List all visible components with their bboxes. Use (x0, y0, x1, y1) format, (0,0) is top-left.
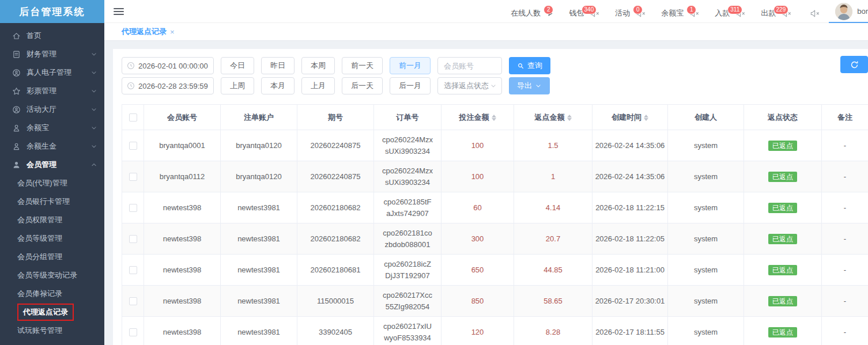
tab-close-icon[interactable]: × (170, 28, 175, 36)
quick-range-button-r2-1[interactable]: 本月 (261, 77, 295, 94)
quick-range-button-r2-4[interactable]: 后一月 (390, 77, 431, 94)
column-header-rebate_amount[interactable]: 返点金额 (514, 105, 592, 130)
sort-icon[interactable] (644, 115, 648, 121)
header-stat-2[interactable]: 活动0 (615, 4, 646, 18)
cell-order: cpo2602185tFaJxts742907 (374, 192, 441, 223)
header-stat-0[interactable]: 在线人数2 (511, 4, 553, 18)
row-checkbox[interactable] (129, 328, 137, 336)
chevron-down-icon (90, 88, 97, 94)
sidebar-item-1[interactable]: 财务管理 (0, 45, 104, 63)
sidebar-item-4[interactable]: 活动大厅 (0, 100, 104, 119)
quick-range-button-r2-0[interactable]: 上周 (221, 77, 254, 94)
row-checkbox[interactable] (129, 142, 137, 150)
select-all-checkbox[interactable] (129, 113, 137, 122)
sidebar-subitem-9[interactable]: 会员银行卡管理 (0, 192, 104, 211)
search-button[interactable]: 查询 (509, 57, 550, 74)
cell-order: cpo260217xIUwyoF8533934 (374, 317, 441, 345)
cell-bet_account: newtest3981 (221, 286, 297, 317)
user-menu[interactable]: bor (835, 3, 868, 20)
export-button-label: 导出 (517, 81, 532, 91)
cell-creator: system (668, 130, 744, 161)
sidebar-subitem-8[interactable]: 会员(代理)管理 (0, 174, 104, 192)
sidebar-subitem-label: 会员(代理)管理 (17, 178, 67, 188)
quick-range-button-r1-3[interactable]: 前一天 (342, 57, 383, 74)
end-date-picker[interactable] (122, 77, 214, 94)
member-account-input[interactable] (437, 57, 502, 74)
header-stat-3[interactable]: 余额宝1 (661, 4, 699, 18)
cell-bet_account: bryantqa0120 (221, 161, 297, 192)
sidebar-item-2[interactable]: 真人电子管理 (0, 63, 104, 82)
sidebar-item-0[interactable]: 首页 (0, 26, 104, 45)
quick-range-button-r1-2[interactable]: 本周 (301, 57, 335, 74)
sidebar-subitem-16[interactable]: 试玩账号管理 (0, 321, 104, 340)
end-date-input[interactable] (138, 82, 209, 90)
cell-select[interactable] (122, 286, 144, 317)
sidebar-item-label: 财务管理 (27, 49, 56, 59)
sidebar-subitem-15[interactable]: 代理返点记录 (0, 303, 104, 321)
column-header-label: 创建时间 (612, 113, 641, 122)
quick-range-button-r1-1[interactable]: 昨日 (261, 57, 295, 74)
start-date-picker[interactable] (122, 57, 214, 74)
sidebar-subitem-17[interactable]: 推广白名单 (0, 340, 104, 345)
column-header-label: 订单号 (397, 113, 419, 122)
sidebar-subitem-14[interactable]: 会员俸禄记录 (0, 285, 104, 303)
yuesheng-icon (12, 142, 21, 151)
stat-count-badge: 2 (544, 5, 553, 14)
row-checkbox[interactable] (129, 235, 137, 243)
sidebar-subitem-13[interactable]: 会员等级变动记录 (0, 266, 104, 285)
cell-select[interactable] (122, 161, 144, 192)
tabbar: 代理返点记录 × (104, 23, 868, 41)
header-stat-1[interactable]: 钱包340 (569, 4, 599, 18)
start-date-input[interactable] (138, 62, 209, 70)
sidebar-item-3[interactable]: 彩票管理 (0, 82, 104, 100)
header-stat-5[interactable]: 出款229 (761, 4, 791, 18)
column-header-status: 返点状态 (744, 105, 822, 130)
row-checkbox[interactable] (129, 297, 137, 305)
column-header-label: 投注金额 (459, 113, 489, 122)
column-header-bet_amount[interactable]: 投注金额 (441, 105, 514, 130)
cell-status: 已返点 (744, 255, 822, 286)
cell-select[interactable] (122, 317, 144, 345)
quick-range-button-r2-2[interactable]: 上月 (301, 77, 335, 94)
quick-range-button-r1-0[interactable]: 今日 (221, 57, 254, 74)
chevron-down-icon (90, 69, 97, 76)
cell-select[interactable] (122, 192, 144, 223)
tab-agent-rebate-records[interactable]: 代理返点记录 × (122, 26, 175, 37)
cell-created: 2026-02-17 18:11:55 (592, 317, 668, 345)
refresh-button[interactable] (840, 56, 868, 73)
row-checkbox[interactable] (129, 204, 137, 212)
sort-icon[interactable] (567, 115, 572, 121)
quick-range-button-r1-4[interactable]: 前一月 (390, 57, 431, 74)
cell-creator: system (668, 286, 744, 317)
column-header-created[interactable]: 创建时间 (592, 105, 668, 130)
sidebar-item-7[interactable]: 会员管理 (0, 156, 104, 174)
sidebar-subitem-12[interactable]: 会员分组管理 (0, 248, 104, 266)
sidebar-item-5[interactable]: 余额宝 (0, 119, 104, 137)
rebate-table-wrap: 会员账号注单账户期号订单号投注金额返点金额创建时间创建人返点状态备注 bryan… (122, 104, 868, 345)
column-header-label: 返点状态 (768, 113, 798, 122)
status-badge: 已返点 (768, 327, 797, 338)
cell-select[interactable] (122, 223, 144, 255)
row-checkbox[interactable] (129, 266, 137, 274)
header-stat-4[interactable]: 入款311 (715, 4, 745, 18)
mute-icon[interactable] (810, 10, 820, 17)
quick-range-button-r2-3[interactable]: 后一天 (342, 77, 383, 94)
cell-select[interactable] (122, 130, 144, 161)
cell-order: cpo260224MzxsUXi3903234 (374, 130, 441, 161)
cell-status: 已返点 (744, 223, 822, 255)
table-row: newtest398newtest3981202602180682cpo2602… (122, 192, 868, 223)
header-stat-6[interactable] (807, 6, 820, 17)
sort-icon[interactable] (492, 115, 496, 121)
hamburger-menu-icon[interactable] (114, 8, 124, 15)
cell-order: cpo260224MzxsUXi3903234 (374, 161, 441, 192)
column-header-select[interactable] (122, 105, 144, 130)
rebate-status-select[interactable]: 选择返点状态 (437, 77, 502, 94)
cell-select[interactable] (122, 255, 144, 286)
sidebar-subitem-11[interactable]: 会员等级管理 (0, 229, 104, 248)
tab-label: 代理返点记录 (122, 26, 167, 37)
sidebar-subitem-10[interactable]: 会员权限管理 (0, 211, 104, 229)
export-button[interactable]: 导出 (509, 77, 550, 94)
sidebar-item-6[interactable]: 余额生金 (0, 137, 104, 156)
row-checkbox[interactable] (129, 173, 137, 181)
stat-count-badge: 0 (633, 5, 643, 14)
